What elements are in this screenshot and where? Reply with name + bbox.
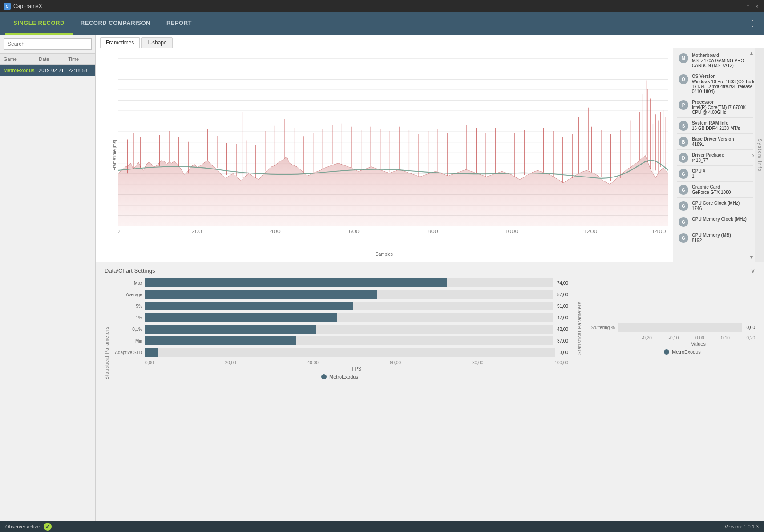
bar-label-01pct: 0,1%: [111, 327, 142, 332]
bar-label-5pct: 5%: [111, 304, 142, 309]
svg-text:800: 800: [428, 229, 438, 234]
fps-chart-legend: MetroExodus: [111, 374, 568, 379]
bar-fill-5pct: [145, 302, 353, 310]
minimize-button[interactable]: —: [736, 3, 743, 10]
sidebar-left: Game Date Time MetroExodus 2019-02-21 22…: [0, 35, 96, 521]
y-axis-label: Frametime [ms]: [112, 140, 117, 170]
system-info-label: System Info: [755, 48, 764, 262]
tab-report[interactable]: REPORT: [158, 12, 200, 35]
info-item-os: O OS Version Windows 10 Pro 1803 (OS Bui…: [677, 71, 753, 97]
gpu-mem-clock-icon: G: [679, 217, 688, 227]
svg-text:1400: 1400: [651, 229, 666, 234]
base-driver-value: 41891: [692, 142, 752, 147]
scroll-down-arrow[interactable]: ▼: [749, 254, 754, 260]
svg-text:600: 600: [349, 229, 360, 234]
os-text: OS Version Windows 10 Pro 1803 (OS Build…: [692, 74, 760, 94]
app-icon: C: [4, 3, 11, 10]
driver-pkg-icon: D: [679, 153, 688, 163]
processor-icon: P: [679, 100, 688, 110]
gpu-core-clock-text: GPU Core Clock (MHz) 1746: [692, 201, 752, 211]
motherboard-value: MSI Z170A GAMING PRO CARBON (MS-7A12): [692, 58, 752, 68]
bar-track-average: [145, 290, 553, 299]
sidebar-collapse-arrow[interactable]: ›: [752, 152, 754, 159]
col-date: Date: [39, 56, 68, 62]
bar-label-adaptive-std: Adaptive STD: [111, 350, 142, 355]
x-axis-label: Samples: [376, 252, 393, 257]
stutter-tick-010: 0,10: [721, 335, 729, 340]
fps-tick-0: 0,00: [145, 360, 154, 365]
bar-track-stuttering: [618, 323, 742, 332]
fps-axis-label: FPS: [111, 366, 568, 371]
base-driver-icon: B: [679, 137, 688, 147]
close-button[interactable]: ✕: [753, 3, 760, 10]
fps-bar-chart: Statistical Parameters Max 74,00 Average: [105, 278, 568, 379]
stutter-tick-000: 0,00: [695, 335, 704, 340]
bar-fill-average: [145, 290, 377, 299]
bar-track-01pct: [145, 325, 553, 334]
svg-text:400: 400: [270, 229, 281, 234]
nav-bar: SINGLE RECORD RECORD COMPARISON REPORT ⋮: [0, 12, 764, 35]
svg-text:0: 0: [118, 229, 120, 234]
title-bar-controls: — □ ✕: [736, 3, 760, 10]
gpu-mem-clock-text: GPU Memory Clock (MHz) -: [692, 217, 752, 227]
gpu-core-clock-title: GPU Core Clock (MHz): [692, 201, 752, 206]
graphic-card-title: Graphic Card: [692, 185, 752, 189]
tab-lshape[interactable]: L-shape: [141, 37, 172, 48]
bar-fill-stuttering: [618, 323, 618, 332]
tab-frametimes[interactable]: Frametimes: [100, 37, 140, 48]
motherboard-title: Motherboard: [692, 53, 752, 58]
bar-label-stuttering: Stuttering %: [584, 325, 615, 330]
bar-label-max: Max: [111, 281, 142, 286]
gpu-mem-clock-value: -: [692, 222, 752, 227]
fps-tick-100: 100,00: [554, 360, 568, 365]
scroll-up-arrow[interactable]: ▲: [749, 50, 754, 56]
table-header: Game Date Time: [0, 54, 95, 65]
bar-fill-max: [145, 278, 447, 287]
info-item-gpu-core-clock: G GPU Core Clock (MHz) 1746: [677, 198, 753, 214]
os-value: Windows 10 Pro 1803 (OS Build 17134.1.am…: [692, 79, 760, 94]
ram-text: System RAM Info 16 GB DDR4 2133 MT/s: [692, 121, 752, 131]
base-driver-title: Base Driver Version: [692, 137, 752, 141]
fps-x-axis-ticks: 0,00 20,00 40,00 60,00 80,00 100,00: [111, 359, 568, 365]
row-date: 2019-02-21: [39, 68, 68, 73]
stuttering-chart-legend: MetroExodus: [606, 349, 755, 355]
tab-single-record[interactable]: SINGLE RECORD: [5, 12, 73, 35]
observer-label: Observer active:: [5, 524, 41, 529]
bar-label-1pct: 1%: [111, 315, 142, 320]
tab-record-comparison[interactable]: RECORD COMPARISON: [73, 12, 158, 35]
driver-pkg-title: Driver Package: [692, 153, 752, 157]
bar-value-average: 57,00: [557, 292, 568, 297]
bar-row-5pct: 5% 51,00: [111, 302, 568, 310]
stuttering-axis-label: Values: [584, 341, 755, 347]
maximize-button[interactable]: □: [744, 3, 752, 10]
bar-row-stuttering: Stuttering % 0,00: [584, 323, 755, 332]
gpu-mem-clock-title: GPU Memory Clock (MHz): [692, 217, 752, 222]
gpu-memory-title: GPU Memory (MB): [692, 233, 752, 238]
app-title: CapFrameX: [13, 3, 42, 9]
title-bar: C CapFrameX — □ ✕: [0, 0, 764, 12]
os-title: OS Version: [692, 74, 760, 79]
bar-value-1pct: 47,00: [557, 315, 568, 320]
bar-row-1pct: 1% 47,00: [111, 313, 568, 322]
gpu-num-text: GPU # 1: [692, 169, 752, 179]
bar-track-adaptive-std: [145, 348, 555, 357]
settings-collapse-button[interactable]: ∨: [751, 267, 755, 274]
bar-value-01pct: 42,00: [557, 327, 568, 332]
table-row[interactable]: MetroExodus 2019-02-21 22:18:58: [0, 65, 95, 76]
version-label: Version: 1.0.1.3: [725, 524, 759, 529]
row-time: 22:18:58: [68, 68, 92, 73]
stuttering-x-axis-ticks: -0,20 -0,10 0,00 0,10 0,20: [584, 335, 755, 340]
nav-menu-button[interactable]: ⋮: [747, 17, 759, 30]
bar-value-adaptive-std: 3,00: [560, 350, 568, 355]
fps-tick-60: 60,00: [390, 360, 401, 365]
fps-tick-20: 20,00: [225, 360, 236, 365]
bar-value-stuttering: 0,00: [747, 325, 755, 330]
bar-value-max: 74,00: [557, 281, 568, 286]
processor-value: Intel(R) Core(TM) i7-6700K CPU @ 4.00GHz: [692, 105, 752, 115]
bar-track-min: [145, 336, 553, 345]
bar-row-01pct: 0,1% 42,00: [111, 325, 568, 334]
stutter-tick-n020: -0,20: [642, 335, 652, 340]
stuttering-legend-dot: [664, 349, 669, 355]
chart-area: Frametimes L-shape Frametime [ms] Sample…: [96, 35, 764, 262]
search-input[interactable]: [4, 38, 92, 50]
